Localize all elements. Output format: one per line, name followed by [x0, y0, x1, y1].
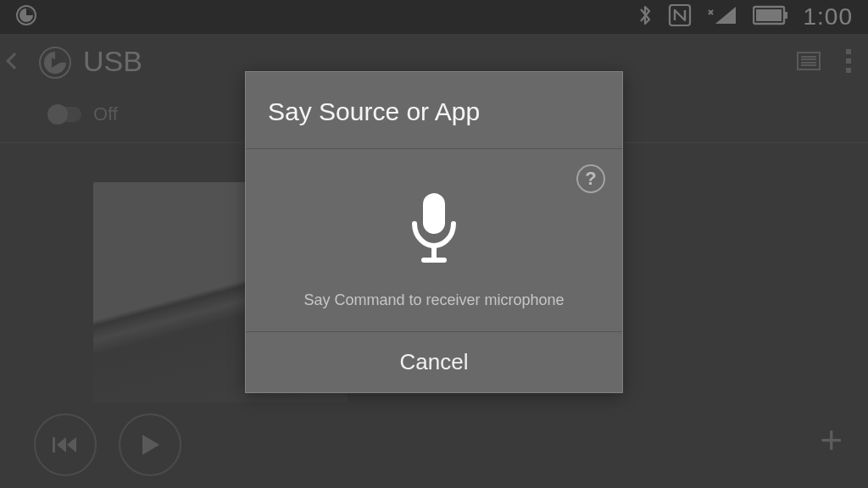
microphone-icon	[263, 190, 605, 268]
dialog-title: Say Source or App	[246, 72, 622, 149]
svg-rect-10	[431, 246, 437, 259]
svg-rect-9	[423, 193, 445, 234]
cancel-button[interactable]: Cancel	[246, 349, 622, 375]
dialog-hint: Say Command to receiver microphone	[263, 291, 605, 309]
svg-rect-11	[421, 258, 447, 263]
modal-overlay: Say Source or App ? Say Command to recei…	[0, 0, 868, 488]
voice-dialog: Say Source or App ? Say Command to recei…	[245, 71, 623, 393]
help-button[interactable]: ?	[576, 164, 605, 193]
